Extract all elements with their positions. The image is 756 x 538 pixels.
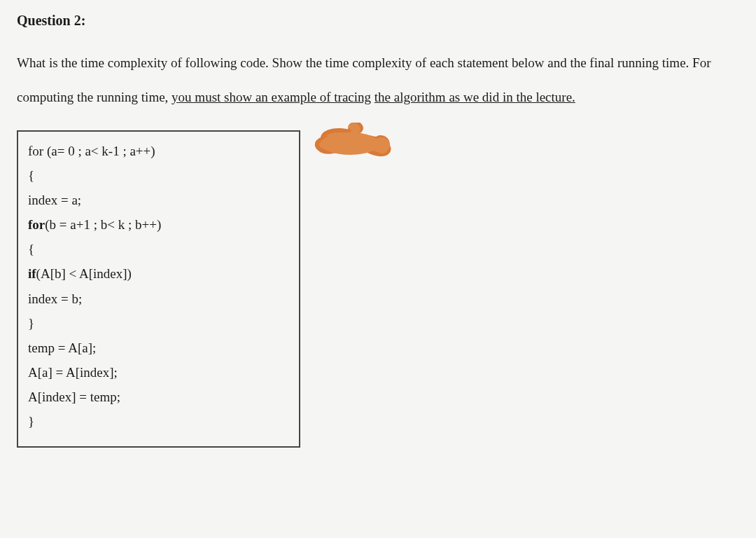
svg-point-0 — [321, 132, 379, 155]
code-line: { — [28, 237, 289, 261]
code-line: index = b; — [28, 287, 289, 311]
code-line: temp = A[a]; — [28, 336, 289, 360]
code-line: A[a] = A[index]; — [28, 360, 289, 385]
body-underlined-2: the algorithm as we did in the lecture. — [374, 90, 575, 104]
code-line: for (a= 0 ; a< k-1 ; a++) — [28, 139, 289, 163]
code-line: if(A[b] < A[index]) — [28, 261, 289, 286]
code-line: } — [28, 409, 289, 434]
code-keyword: if — [28, 266, 36, 281]
code-rest: (b = a+1 ; b< k ; b++) — [45, 217, 161, 232]
question-header: Question 2: — [17, 13, 739, 29]
code-line: A[index] = temp; — [28, 385, 289, 409]
scribble-annotation — [301, 123, 399, 167]
code-line: index = a; — [28, 188, 289, 212]
code-block: for (a= 0 ; a< k-1 ; a++) { index = a; f… — [17, 130, 300, 448]
code-line: } — [28, 311, 289, 336]
code-keyword: for — [28, 217, 45, 232]
body-underlined-1: you must show an example of tracing — [172, 90, 371, 104]
question-body: What is the time complexity of following… — [17, 46, 739, 115]
code-line: { — [28, 163, 289, 188]
code-line: for(b = a+1 ; b< k ; b++) — [28, 212, 289, 237]
code-rest: (A[b] < A[index]) — [36, 266, 132, 281]
